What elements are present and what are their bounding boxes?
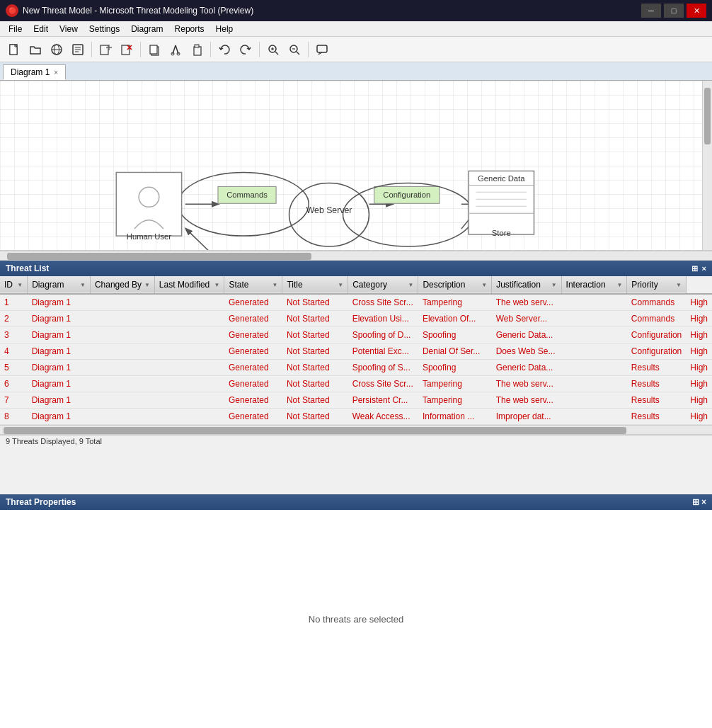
- minimize-button[interactable]: ─: [641, 4, 661, 18]
- cell-priority: High: [686, 360, 712, 376]
- cell-description: Improper dat...: [492, 409, 561, 425]
- threat-props-header: Threat Properties ⊞ ×: [0, 494, 712, 510]
- diagram-area[interactable]: Commands Web Server Responses Configurat…: [0, 81, 712, 251]
- open-button[interactable]: [25, 40, 45, 59]
- threat-props-pin-icon[interactable]: ⊞: [692, 497, 699, 507]
- zoom-out-button[interactable]: [285, 40, 304, 59]
- threat-list-pin-icon[interactable]: ⊞: [691, 264, 698, 273]
- cell-interaction: Configuration: [627, 327, 686, 343]
- browse-button[interactable]: [47, 40, 67, 59]
- cell-state: Generated: [224, 392, 282, 409]
- col-justification[interactable]: Justification▼: [492, 276, 561, 294]
- zoom-in-button[interactable]: [263, 40, 283, 59]
- menu-file[interactable]: File: [3, 23, 28, 35]
- comment-button[interactable]: [312, 40, 332, 59]
- maximize-button[interactable]: □: [664, 4, 684, 18]
- threat-list-close-icon[interactable]: ×: [702, 264, 706, 273]
- col-changed-by[interactable]: Changed By▼: [90, 276, 154, 294]
- table-row[interactable]: 7Diagram 1GeneratedNot StartedPersistent…: [0, 392, 712, 409]
- cell-last-modified: [154, 327, 224, 343]
- col-title[interactable]: Title▼: [282, 276, 348, 294]
- cell-description: The web serv...: [492, 294, 561, 311]
- copy-button[interactable]: [144, 40, 164, 59]
- cell-not-started: Not Started: [282, 343, 348, 360]
- cell-state: Generated: [224, 343, 282, 360]
- cell-interaction: Results: [627, 360, 686, 376]
- menu-diagram[interactable]: Diagram: [125, 23, 168, 35]
- table-row[interactable]: 8Diagram 1GeneratedNot StartedWeak Acces…: [0, 409, 712, 425]
- cell-last-modified: [154, 409, 224, 425]
- svg-line-23: [275, 52, 278, 55]
- col-priority[interactable]: Priority▼: [627, 276, 686, 294]
- cell-priority: High: [686, 343, 712, 360]
- cell-state: Generated: [224, 360, 282, 376]
- cell-justification: [561, 294, 627, 311]
- cell-changed-by: [90, 409, 154, 425]
- table-hscroll[interactable]: [0, 425, 712, 435]
- new-button[interactable]: [4, 40, 24, 59]
- close-button[interactable]: ✕: [687, 4, 706, 18]
- table-row[interactable]: 5Diagram 1GeneratedNot StartedSpoofing o…: [0, 360, 712, 376]
- svg-rect-8: [101, 45, 108, 55]
- col-last-modified[interactable]: Last Modified▼: [154, 276, 224, 294]
- redo-button[interactable]: [236, 40, 255, 59]
- diagram-canvas[interactable]: Commands Web Server Responses Configurat…: [0, 81, 712, 250]
- cell-priority: High: [686, 392, 712, 409]
- cell-not-started: Not Started: [282, 376, 348, 392]
- cell-justification: [561, 343, 627, 360]
- menu-help[interactable]: Help: [210, 23, 239, 35]
- table-row[interactable]: 6Diagram 1GeneratedNot StartedCross Site…: [0, 376, 712, 392]
- cell-justification: [561, 311, 627, 327]
- cell-justification: [561, 327, 627, 343]
- app-title: New Threat Model - Microsoft Threat Mode…: [23, 6, 253, 16]
- cell-state: Generated: [224, 311, 282, 327]
- col-id[interactable]: ID▼: [0, 276, 28, 294]
- tab-bar: Diagram 1 ×: [0, 62, 712, 81]
- cell-description: Does Web Se...: [492, 343, 561, 360]
- svg-text:Generic Data: Generic Data: [478, 175, 525, 183]
- col-category[interactable]: Category▼: [348, 276, 418, 294]
- cell-not-started: Not Started: [282, 392, 348, 409]
- cell-justification: [561, 376, 627, 392]
- col-diagram[interactable]: Diagram▼: [28, 276, 91, 294]
- threat-props-close-icon[interactable]: ×: [701, 497, 706, 507]
- col-state[interactable]: State▼: [224, 276, 282, 294]
- cell-interaction: Commands: [627, 294, 686, 311]
- col-interaction[interactable]: Interaction▼: [561, 276, 627, 294]
- svg-text:Configuration: Configuration: [383, 190, 430, 199]
- cut-button[interactable]: [166, 40, 185, 59]
- table-row[interactable]: 3Diagram 1GeneratedNot StartedSpoofing o…: [0, 327, 712, 343]
- table-row[interactable]: 4Diagram 1GeneratedNot StartedPotential …: [0, 343, 712, 360]
- paste-button[interactable]: [187, 40, 207, 59]
- delete-diagram-button[interactable]: [117, 40, 137, 59]
- cell-changed-by: [90, 360, 154, 376]
- diagram-hscroll[interactable]: [0, 251, 712, 261]
- cell-diagram: Diagram 1: [28, 294, 91, 311]
- cell-interaction: Results: [627, 392, 686, 409]
- cell-category: Spoofing: [418, 327, 492, 343]
- cell-category: Tampering: [418, 376, 492, 392]
- cell-id: 1: [0, 294, 28, 311]
- cell-justification: [561, 409, 627, 425]
- cell-diagram: Diagram 1: [28, 409, 91, 425]
- undo-button[interactable]: [214, 40, 234, 59]
- table-row[interactable]: 2Diagram 1GeneratedNot StartedElevation …: [0, 311, 712, 327]
- menu-settings[interactable]: Settings: [84, 23, 125, 35]
- properties-button[interactable]: [68, 40, 88, 59]
- threat-table-container[interactable]: ID▼ Diagram▼ Changed By▼ Last Modified▼ …: [0, 276, 712, 425]
- menu-view[interactable]: View: [54, 23, 84, 35]
- menu-reports[interactable]: Reports: [169, 23, 210, 35]
- col-description[interactable]: Description▼: [418, 276, 492, 294]
- tab-label: Diagram 1: [11, 67, 50, 77]
- table-row[interactable]: 1Diagram 1GeneratedNot StartedCross Site…: [0, 294, 712, 311]
- cell-id: 4: [0, 343, 28, 360]
- diagram-vscroll[interactable]: [702, 81, 712, 250]
- menu-edit[interactable]: Edit: [28, 23, 54, 35]
- new-diagram-button[interactable]: [96, 40, 115, 59]
- tab-close-button[interactable]: ×: [54, 69, 58, 76]
- cell-last-modified: [154, 311, 224, 327]
- cell-category: Tampering: [418, 392, 492, 409]
- diagram-tab[interactable]: Diagram 1 ×: [3, 64, 66, 80]
- cell-interaction: Configuration: [627, 343, 686, 360]
- cell-interaction: Results: [627, 376, 686, 392]
